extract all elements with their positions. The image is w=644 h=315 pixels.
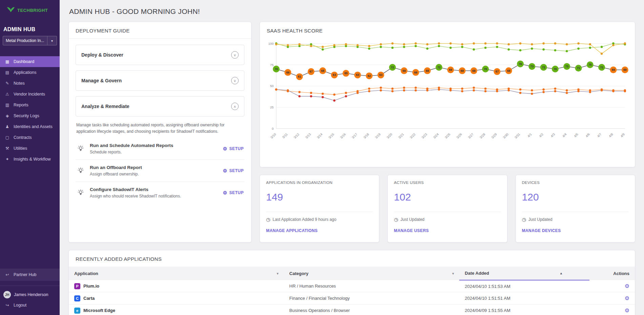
svg-text:70: 70 xyxy=(484,67,487,71)
contracts-icon: ▢ xyxy=(4,135,10,140)
sidebar-item-security-logs[interactable]: ◈Security Logs xyxy=(0,110,60,121)
org-selector[interactable]: Metal Production In... ▾ xyxy=(3,36,57,45)
svg-text:3/13: 3/13 xyxy=(304,132,311,140)
svg-text:72: 72 xyxy=(437,66,441,69)
svg-text:4/1: 4/1 xyxy=(527,132,532,138)
leaf-icon xyxy=(7,6,15,14)
accordion-analyze-remediate[interactable]: Analyze & Remediate∧ xyxy=(76,96,244,117)
avatar: JH xyxy=(3,291,11,298)
column-header-date-added[interactable]: Date Added▴ xyxy=(459,267,589,280)
stat-card-users: ACTIVE USERS102◷Just UpdatedMANAGE USERS xyxy=(387,175,507,243)
gear-icon: ⚙ xyxy=(223,190,227,195)
sidebar-item-vendor-incidents[interactable]: ⚠Vendor Incidents xyxy=(0,89,60,100)
chevron-down-icon[interactable]: ▾ xyxy=(47,36,57,45)
svg-text:67: 67 xyxy=(309,70,313,73)
svg-text:69: 69 xyxy=(612,68,615,71)
row-settings-gear-icon[interactable]: ⚙ xyxy=(625,307,629,314)
svg-text:73: 73 xyxy=(565,65,569,68)
accordion-body: Manage tasks like scheduling automated r… xyxy=(76,122,244,204)
svg-text:63: 63 xyxy=(356,73,359,77)
partner-hub-icon: ↩ xyxy=(4,272,10,277)
sidebar-item-label: Security Logs xyxy=(14,113,39,118)
stat-value: 149 xyxy=(266,191,373,203)
sidebar-item-dashboard[interactable]: ▦Dashboard xyxy=(0,56,60,67)
guide-sections: Deploy & Discover∨Manage & Govern∨Analyz… xyxy=(69,39,251,210)
recent-apps-title: RECENTLY ADDED APPLICATIONS xyxy=(69,250,635,267)
logout-label: Logout xyxy=(14,303,26,308)
clock-icon: ◷ xyxy=(394,217,398,222)
app-name: Carta xyxy=(83,296,95,301)
user-name: James Henderson xyxy=(14,292,48,297)
svg-text:3/30: 3/30 xyxy=(502,132,509,140)
sidebar-item-partner-hub[interactable]: ↩ Partner Hub xyxy=(0,269,60,281)
filter-dropdown-icon[interactable]: ▾ xyxy=(452,272,454,275)
chevron-down-circle-icon[interactable]: ∨ xyxy=(231,51,239,59)
row-settings-gear-icon[interactable]: ⚙ xyxy=(625,283,629,289)
app-name: Microsoft Edge xyxy=(83,308,115,313)
svg-text:3/31: 3/31 xyxy=(514,132,521,140)
stat-cards-row: APPLICATIONS IN ORGANIZATION149◷Last App… xyxy=(260,175,635,243)
svg-text:3/17: 3/17 xyxy=(351,132,358,140)
sort-asc-icon[interactable]: ▴ xyxy=(560,271,562,275)
setup-button[interactable]: ⚙SETUP xyxy=(223,146,244,151)
svg-text:68: 68 xyxy=(507,69,510,72)
task-title: Configure ShadowIT Alerts xyxy=(90,187,218,192)
logout-button[interactable]: ↪ Logout xyxy=(0,300,60,310)
column-header-application[interactable]: Application▾ xyxy=(69,267,284,280)
accordion-manage-govern[interactable]: Manage & Govern∨ xyxy=(76,70,244,91)
sidebar-item-label: Utilities xyxy=(14,146,27,151)
setup-button[interactable]: ⚙SETUP xyxy=(223,190,244,195)
accordion-deploy-discover[interactable]: Deploy & Discover∨ xyxy=(76,45,244,65)
user-menu[interactable]: JH James Henderson xyxy=(0,289,60,300)
sidebar-item-label: Reports xyxy=(14,103,28,107)
row-settings-gear-icon[interactable]: ⚙ xyxy=(625,295,629,301)
divider xyxy=(394,212,501,212)
setup-button[interactable]: ⚙SETUP xyxy=(223,168,244,173)
stat-card-applications: APPLICATIONS IN ORGANIZATION149◷Last App… xyxy=(260,175,379,243)
svg-text:3/11: 3/11 xyxy=(281,132,288,139)
lightbulb-icon xyxy=(76,145,85,152)
svg-text:3/10: 3/10 xyxy=(269,132,277,140)
sidebar-item-identities-and-assets[interactable]: ♟Identities and Assets xyxy=(0,121,60,132)
svg-text:3/21: 3/21 xyxy=(398,132,405,140)
sidebar-item-applications[interactable]: ▤Applications xyxy=(0,67,60,78)
chevron-down-circle-icon[interactable]: ∨ xyxy=(231,77,239,84)
svg-text:4/3: 4/3 xyxy=(550,132,556,138)
column-header-category[interactable]: Category▾ xyxy=(284,267,460,280)
svg-text:68: 68 xyxy=(321,69,324,72)
sidebar-item-reports[interactable]: ▥Reports xyxy=(0,100,60,110)
svg-text:4/2: 4/2 xyxy=(538,132,544,138)
svg-text:68: 68 xyxy=(461,69,464,72)
app-name: Plum.io xyxy=(83,284,99,289)
manage-users-link[interactable]: MANAGE USERS xyxy=(394,228,501,233)
svg-text:68: 68 xyxy=(472,69,476,72)
svg-text:76: 76 xyxy=(519,62,522,66)
column-header-actions: Actions xyxy=(589,267,635,280)
svg-text:100: 100 xyxy=(268,42,274,45)
sidebar-item-utilities[interactable]: ⚒Utilities xyxy=(0,143,60,154)
manage-devices-link[interactable]: MANAGE DEVICES xyxy=(522,228,629,233)
svg-text:62: 62 xyxy=(368,74,371,78)
accordion-title: Deploy & Discover xyxy=(81,52,123,58)
app-date-added: 2024/04/10 1:51:51 AM xyxy=(459,292,589,304)
manage-applications-link[interactable]: MANAGE APPLICATIONS xyxy=(266,228,373,233)
filter-dropdown-icon[interactable]: ▾ xyxy=(277,272,279,275)
svg-text:61: 61 xyxy=(298,75,301,78)
chevron-up-circle-icon[interactable]: ∧ xyxy=(231,103,239,110)
org-selector-value[interactable]: Metal Production In... xyxy=(3,36,47,45)
sidebar-item-label: Identities and Assets xyxy=(14,124,53,129)
logout-icon: ↪ xyxy=(4,303,10,308)
svg-text:3/12: 3/12 xyxy=(293,132,300,140)
svg-text:68: 68 xyxy=(402,69,406,72)
svg-text:68: 68 xyxy=(426,69,429,72)
stat-value: 102 xyxy=(394,191,501,203)
svg-text:70: 70 xyxy=(275,67,278,71)
svg-text:3/14: 3/14 xyxy=(316,132,323,139)
sidebar-item-insights-and-workflow[interactable]: ✦Insights & Workflow xyxy=(0,154,60,165)
app-icon: C xyxy=(74,295,80,301)
sidebar-item-notes[interactable]: ✎Notes xyxy=(0,78,60,89)
stat-note: ◷Last Application Added 9 hours ago xyxy=(266,217,373,222)
sidebar-item-contracts[interactable]: ▢Contracts xyxy=(0,132,60,143)
applications-icon: ▤ xyxy=(4,70,10,75)
notes-icon: ✎ xyxy=(4,81,10,86)
